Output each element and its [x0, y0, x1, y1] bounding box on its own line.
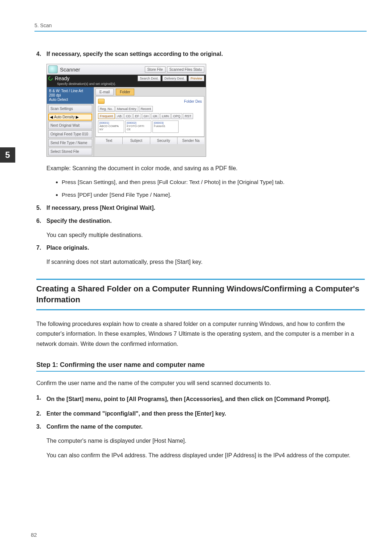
dest-00002[interactable]: [00002] KYOTO OFFI CE	[125, 120, 151, 133]
alpha-frequent[interactable]: Frequent	[98, 113, 115, 119]
s3-step2-number: 2.	[36, 410, 46, 417]
s3-step1-text: On the [Start] menu, point to [All Progr…	[46, 394, 330, 404]
step7-number: 7.	[36, 245, 46, 251]
bottom-tab-text[interactable]: Text	[95, 137, 123, 144]
step4-bullet-1: Press [PDF] under [Send File Type / Name…	[62, 191, 365, 200]
step4-text: If necessary, specify the scan settings …	[46, 51, 223, 57]
dest-line1-0: ABCD COMPA	[99, 124, 119, 128]
auto-density-label: Auto Density	[54, 115, 75, 119]
scanned-files-status-button[interactable]: Scanned Files Statu	[167, 66, 205, 73]
dest-00003[interactable]: [00003] Folder01	[152, 120, 179, 133]
dest-00001[interactable]: [00001] ABCD COMPA NY	[98, 120, 124, 133]
select-stored-file-button[interactable]: Select Stored File	[48, 148, 92, 155]
alpha-cd[interactable]: CD	[124, 113, 132, 119]
preview-button[interactable]: Preview	[188, 75, 204, 81]
send-file-type-button[interactable]: Send File Type / Name	[48, 139, 92, 147]
dest-line1-2: Folder01	[154, 124, 166, 128]
section2-title: Creating a Shared Folder on a Computer R…	[36, 283, 365, 306]
alpha-rst[interactable]: RST	[183, 113, 193, 119]
original-feed-type-button[interactable]: Original Feed Type 010	[48, 130, 92, 138]
alpha-lmn[interactable]: LMN	[160, 113, 171, 119]
left-header-line1: B & W: Text / Line Art	[49, 89, 83, 93]
alpha-gh[interactable]: GH	[142, 113, 151, 119]
s3-step3-text: Confirm the name of the computer.	[46, 424, 143, 430]
h2-rule-bottom	[36, 309, 365, 310]
dest-tag-1: [00002]	[127, 121, 136, 124]
header-rule	[34, 31, 367, 32]
ready-status-icon	[48, 75, 54, 82]
s3-step1-number: 1.	[36, 394, 46, 404]
left-header-line3: Auto Detect	[49, 98, 68, 102]
folder-des-button[interactable]: Folder Des	[184, 99, 202, 103]
step4-number: 4.	[36, 51, 46, 57]
dest-line1-1: KYOTO OFFI	[127, 124, 144, 128]
s3-step2-text: Enter the command "ipconfig/all", and th…	[46, 410, 226, 417]
step4-example: Example: Scanning the document in color …	[46, 164, 365, 173]
page-number: 82	[31, 532, 37, 538]
section2-para: The following procedures explain how to …	[36, 319, 365, 349]
section3-title: Step 1: Confirming the user name and com…	[36, 361, 365, 369]
dest-tag-2: [00003]	[154, 121, 164, 124]
ready-status-text: Ready	[55, 75, 69, 81]
recent-tab[interactable]: Recent	[139, 106, 153, 112]
step6-number: 6.	[36, 218, 46, 224]
specify-destination-instruction: Specify destination(s) and set original(…	[47, 82, 206, 87]
alpha-ef[interactable]: EF	[133, 113, 141, 119]
manual-entry-tab[interactable]: Manual Entry	[115, 106, 138, 112]
step7-text: Place originals.	[46, 245, 89, 251]
section-tab-5: 5	[0, 147, 15, 163]
auto-density-button[interactable]: ◀ Auto Density ▶	[48, 114, 92, 120]
section3-para: Confirm the user name and the name of th…	[36, 378, 365, 388]
left-header-line2: 200 dpi	[49, 93, 61, 97]
step5-number: 5.	[36, 205, 46, 211]
s3-step3-number: 3.	[36, 424, 46, 430]
store-file-button[interactable]: Store File	[145, 66, 166, 73]
alpha-ab[interactable]: AB	[115, 113, 123, 119]
left-arrow-icon[interactable]: ◀	[50, 115, 53, 119]
step6-text: Specify the destination.	[46, 218, 112, 224]
step4-bullet-0: Press [Scan Settings], and then press [F…	[62, 178, 365, 187]
dest-line2-0: NY	[99, 128, 103, 131]
folder-tab[interactable]: Folder	[116, 89, 134, 95]
search-dest-button[interactable]: Search Dest.	[138, 75, 161, 81]
feed-type-icon-suffix: 010	[82, 132, 88, 136]
s3-step3-desc2: You can also confirm the IPv4 address. T…	[46, 450, 365, 460]
right-arrow-icon[interactable]: ▶	[76, 115, 79, 119]
h3-rule	[36, 371, 365, 372]
reg-no-tab[interactable]: Reg. No.	[98, 106, 115, 112]
h2-rule-top	[36, 279, 365, 280]
scanner-panel: Scanner Store File Scanned Files Statu R…	[46, 64, 206, 157]
bottom-tab-subject[interactable]: Subject	[123, 137, 150, 144]
folder-icon	[98, 99, 105, 104]
email-tab[interactable]: E-mail	[95, 89, 114, 95]
step7-desc: If scanning does not start automatically…	[46, 258, 365, 266]
s3-step3-desc1: The computer's name is displayed under […	[46, 437, 365, 445]
left-header: B & W: Text / Line Art 200 dpi Auto Dete…	[47, 87, 94, 104]
bottom-tab-security[interactable]: Security	[150, 137, 177, 144]
scan-settings-button[interactable]: Scan Settings	[48, 105, 92, 113]
chapter-header: 5. Scan	[34, 23, 52, 28]
alpha-ijk[interactable]: IJK	[151, 113, 159, 119]
original-feed-type-label: Original Feed Type	[50, 132, 81, 136]
scanner-title: Scanner	[60, 66, 80, 73]
alpha-opq[interactable]: OPQ	[171, 113, 182, 119]
step6-desc: You can specify multiple destinations.	[46, 231, 365, 240]
dest-line2-1: CE	[127, 128, 131, 131]
scanner-logo-icon	[48, 65, 58, 73]
delivery-dest-button[interactable]: Delivery Dest.	[162, 75, 187, 81]
bottom-tab-sender[interactable]: Sender Na	[177, 137, 204, 144]
next-original-wait-button[interactable]: Next Original Wait	[48, 122, 92, 129]
dest-tag-0: [00001]	[99, 121, 109, 124]
step5-text: If necessary, press [Next Original Wait]…	[46, 205, 155, 211]
